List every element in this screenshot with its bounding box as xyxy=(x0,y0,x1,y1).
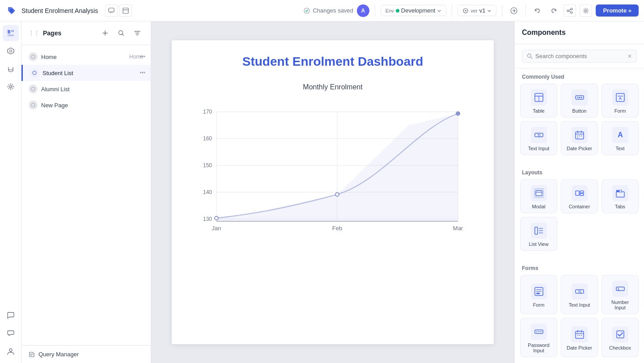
search-clear-icon[interactable]: ✕ xyxy=(627,53,632,59)
svg-rect-13 xyxy=(11,30,14,32)
svg-text:Feb: Feb xyxy=(332,225,342,232)
components-search-area: ✕ xyxy=(515,44,644,68)
page-item-alumni-list[interactable]: Alumni List xyxy=(21,81,151,97)
pages-panel: ⋮⋮ Pages Home Home ••• xyxy=(21,21,151,363)
user-avatar[interactable]: A xyxy=(357,4,369,17)
component-text-input2[interactable]: T| Text Input xyxy=(561,275,598,314)
topbar: Student Enrolment Analysis Changes saved… xyxy=(0,0,644,21)
svg-rect-72 xyxy=(536,190,542,196)
svg-point-94 xyxy=(538,331,539,332)
svg-point-100 xyxy=(577,335,578,336)
search-icon xyxy=(527,53,533,59)
promote-button[interactable]: Promote » xyxy=(596,4,639,17)
add-page-button[interactable] xyxy=(99,27,111,39)
env-selector[interactable]: Env Development xyxy=(381,5,447,16)
svg-text:A: A xyxy=(618,131,623,139)
svg-rect-78 xyxy=(616,190,619,192)
query-manager-bar[interactable]: Query Manager xyxy=(21,345,151,363)
svg-text:T|: T| xyxy=(578,290,581,294)
section-label-forms: Forms xyxy=(515,260,644,275)
search-components-input[interactable] xyxy=(535,53,625,59)
component-text-input[interactable]: T| Text Input xyxy=(520,121,557,155)
icon-bar-components[interactable] xyxy=(3,43,19,59)
component-label-checkbox: Checkbox xyxy=(609,345,631,350)
svg-text:Jan: Jan xyxy=(212,225,221,232)
svg-point-55 xyxy=(579,97,580,98)
date-picker2-icon xyxy=(572,326,588,342)
page-item-home[interactable]: Home Home ••• xyxy=(21,49,151,65)
component-label-button: Button xyxy=(572,108,587,114)
icon-bar-chat[interactable] xyxy=(3,308,19,324)
page-icon-student-list xyxy=(30,68,39,77)
api-icon-btn[interactable] xyxy=(508,4,520,17)
svg-point-45 xyxy=(335,193,339,196)
forms-grid: Form T| Text Input 1_ Number Input xyxy=(515,275,644,363)
redo-button[interactable] xyxy=(547,4,560,17)
component-password-input[interactable]: Password Input xyxy=(520,318,557,357)
svg-text:130: 130 xyxy=(203,216,212,222)
svg-point-7 xyxy=(567,10,569,12)
page-more-home[interactable]: ••• xyxy=(140,54,145,60)
svg-text:T|: T| xyxy=(537,133,540,137)
svg-line-20 xyxy=(123,34,124,36)
container-icon xyxy=(572,185,588,201)
component-table[interactable]: Table xyxy=(520,84,557,118)
svg-text:150: 150 xyxy=(203,162,212,169)
component-button[interactable]: Button xyxy=(561,84,598,118)
svg-rect-74 xyxy=(576,191,579,195)
comment-icon-btn[interactable] xyxy=(105,4,118,17)
version-selector[interactable]: ver v1 xyxy=(458,5,496,16)
component-form[interactable]: A Form xyxy=(602,84,639,118)
svg-rect-76 xyxy=(580,194,584,196)
svg-line-48 xyxy=(531,57,532,59)
icon-bar-data[interactable] xyxy=(3,61,19,77)
svg-point-15 xyxy=(9,50,12,52)
svg-point-8 xyxy=(571,12,572,13)
filter-pages-button[interactable] xyxy=(131,27,144,39)
svg-point-93 xyxy=(536,331,537,332)
share-button[interactable] xyxy=(564,4,576,17)
icon-bar-pages[interactable] xyxy=(3,25,19,41)
icon-bar-messages[interactable] xyxy=(3,325,19,342)
section-label-commonly-used: Commonly Used xyxy=(515,68,644,84)
component-form2[interactable]: Form xyxy=(520,275,557,314)
component-text[interactable]: A Text xyxy=(602,121,639,155)
component-tabs[interactable]: Tabs xyxy=(602,179,639,213)
svg-point-22 xyxy=(33,71,36,75)
search-pages-button[interactable] xyxy=(115,27,127,39)
settings-button[interactable] xyxy=(580,4,592,17)
component-date-picker[interactable]: Date Picker xyxy=(561,121,598,155)
svg-line-9 xyxy=(569,9,571,10)
component-label-list-view: List View xyxy=(529,241,549,247)
icon-bar xyxy=(0,21,21,363)
svg-point-69 xyxy=(577,137,578,138)
pages-panel-title: Pages xyxy=(43,30,95,37)
page-name-new-page: New Page xyxy=(41,102,144,109)
search-box: ✕ xyxy=(522,50,637,63)
page-item-new-page[interactable]: New Page xyxy=(21,97,151,113)
undo-button[interactable] xyxy=(531,4,544,17)
component-date-picker2[interactable]: Date Picker xyxy=(561,318,598,357)
component-number-input[interactable]: 1_ Number Input xyxy=(602,275,639,314)
icon-bar-account[interactable] xyxy=(3,343,19,359)
component-container[interactable]: Container xyxy=(561,179,598,213)
component-checkbox[interactable]: Checkbox xyxy=(602,318,639,357)
layout-icon-btn[interactable] xyxy=(119,4,132,17)
svg-point-46 xyxy=(456,112,460,115)
icon-bar-settings[interactable] xyxy=(3,79,19,95)
component-label-password-input: Password Input xyxy=(524,342,553,353)
checkbox-icon xyxy=(612,326,628,342)
section-label-layouts: Layouts xyxy=(515,164,644,179)
page-icon-home xyxy=(29,52,38,61)
app-title: Student Enrolment Analysis xyxy=(21,7,98,14)
page-item-student-list[interactable]: Student List ••• xyxy=(21,65,151,81)
components-panel: Components ✕ Commonly Used Table xyxy=(514,21,644,363)
page-more-student-list[interactable]: ••• xyxy=(140,70,145,76)
component-modal[interactable]: Modal xyxy=(520,179,557,213)
component-label-text-input: Text Input xyxy=(528,146,550,151)
pages-drag-handle: ⋮⋮ xyxy=(29,30,39,36)
list-view-icon xyxy=(531,223,547,239)
svg-point-17 xyxy=(9,86,12,88)
component-label-container: Container xyxy=(569,204,590,209)
component-list-view[interactable]: List View xyxy=(520,217,557,251)
